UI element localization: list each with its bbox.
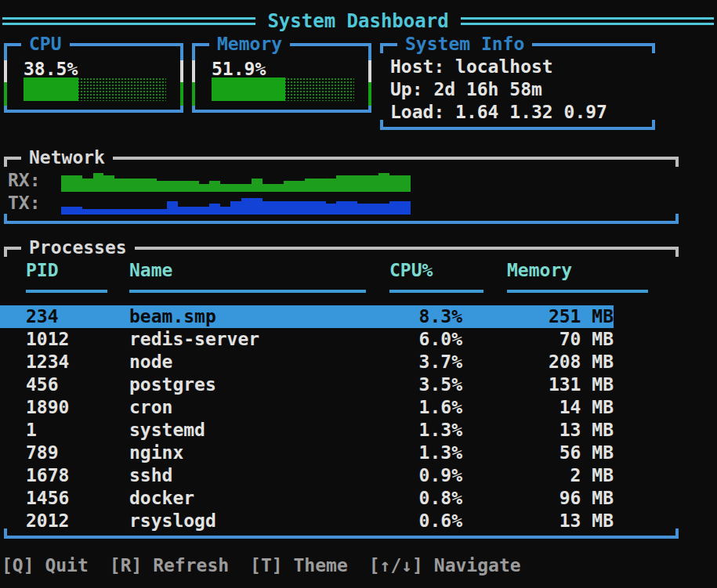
spark-bar bbox=[368, 204, 379, 215]
table-row-selected[interactable]: 234beam.smp8.3%251 MB bbox=[0, 305, 614, 328]
spark-bar bbox=[157, 181, 168, 192]
memory-panel-border-bottom bbox=[192, 110, 371, 113]
host-line: Host: localhost bbox=[390, 56, 607, 78]
spark-bar bbox=[230, 184, 241, 193]
spark-bar bbox=[294, 201, 305, 215]
cpu-panel-title: CPU bbox=[21, 34, 70, 54]
spark-bar bbox=[357, 204, 368, 215]
spark-bar bbox=[284, 201, 295, 215]
processes-panel-title: Processes bbox=[21, 237, 135, 258]
hint-quit[interactable]: [Q] Quit bbox=[2, 554, 89, 577]
column-header-name: Name bbox=[129, 259, 389, 282]
cell-pid: 1234 bbox=[26, 351, 129, 373]
spark-bar bbox=[72, 207, 83, 215]
spark-bar bbox=[263, 184, 273, 193]
cpu-percent-value: 38.5% bbox=[24, 58, 78, 80]
network-tx-row: TX: bbox=[8, 192, 672, 215]
spark-bar bbox=[389, 175, 400, 192]
spark-bar bbox=[252, 179, 263, 193]
spark-bar bbox=[136, 209, 147, 215]
spark-bar bbox=[273, 184, 284, 193]
cell-name: sshd bbox=[129, 464, 389, 487]
spark-bar bbox=[209, 181, 220, 192]
spark-bar bbox=[220, 207, 231, 215]
network-panel: Network RX: TX: bbox=[4, 157, 679, 224]
cell-cpu: 1.3% bbox=[389, 442, 462, 464]
spark-bar bbox=[273, 201, 284, 215]
spark-bar bbox=[357, 175, 368, 192]
spark-bar bbox=[178, 181, 189, 192]
cell-cpu: 1.6% bbox=[389, 396, 462, 419]
process-rows: 234beam.smp8.3%251 MB1012redis-server6.0… bbox=[0, 305, 614, 532]
cell-pid: 1012 bbox=[26, 328, 129, 351]
spark-bar bbox=[72, 175, 83, 192]
hint-theme[interactable]: [T] Theme bbox=[250, 554, 348, 577]
spark-bar bbox=[61, 207, 72, 215]
title-divider-left bbox=[2, 17, 255, 25]
cell-mem: 14 MB bbox=[462, 396, 614, 419]
cell-name: postgres bbox=[129, 373, 389, 396]
cell-mem: 13 MB bbox=[462, 510, 614, 532]
spark-bar bbox=[336, 201, 347, 215]
table-row[interactable]: 1234node3.7%208 MB bbox=[0, 351, 614, 373]
processes-panel: Processes PID Name CPU% Memory 234beam.s… bbox=[4, 247, 679, 539]
spark-bar bbox=[114, 209, 125, 215]
footer-hints: [Q] Quit [R] Refresh [T] Theme [↑/↓] Nav… bbox=[2, 554, 542, 577]
network-panel-title: Network bbox=[21, 147, 113, 168]
cell-cpu: 0.9% bbox=[389, 464, 462, 487]
spark-bar bbox=[114, 179, 125, 193]
spark-bar bbox=[125, 209, 136, 215]
memory-panel: Memory 51.9% bbox=[192, 43, 371, 113]
cell-pid: 1890 bbox=[26, 396, 129, 419]
table-row[interactable]: 789nginx1.3%56 MB bbox=[0, 442, 614, 464]
spark-bar bbox=[305, 179, 316, 193]
memory-gauge bbox=[212, 78, 354, 101]
cell-mem: 251 MB bbox=[462, 305, 614, 328]
cpu-panel-border-right bbox=[180, 43, 183, 113]
table-row[interactable]: 456postgres3.5%131 MB bbox=[0, 373, 614, 396]
cell-pid: 2012 bbox=[26, 510, 129, 532]
cell-pid: 789 bbox=[26, 442, 129, 464]
load-line: Load: 1.64 1.32 0.97 bbox=[390, 101, 607, 124]
spark-bar bbox=[368, 175, 379, 192]
spark-bar bbox=[347, 175, 358, 192]
spark-bar bbox=[378, 173, 389, 193]
cell-mem: 96 MB bbox=[462, 487, 614, 510]
spark-bar bbox=[103, 209, 114, 215]
tx-sparkline bbox=[61, 193, 411, 215]
spark-bar bbox=[136, 179, 147, 193]
spark-bar bbox=[125, 179, 136, 193]
column-header-pid: PID bbox=[26, 259, 129, 282]
system-info-lines: Host: localhost Up: 2d 16h 58m Load: 1.6… bbox=[390, 56, 607, 124]
spark-bar bbox=[241, 198, 252, 215]
hint-refresh[interactable]: [R] Refresh bbox=[110, 554, 229, 577]
hint-navigate[interactable]: [↑/↓] Navigate bbox=[369, 554, 521, 577]
system-info-panel: System Info Host: localhost Up: 2d 16h 5… bbox=[380, 43, 655, 130]
cell-mem: 70 MB bbox=[462, 328, 614, 351]
spark-bar bbox=[315, 201, 326, 215]
memory-panel-border-left bbox=[192, 43, 195, 113]
cell-mem: 13 MB bbox=[462, 419, 614, 442]
table-row[interactable]: 2012rsyslogd0.6%13 MB bbox=[0, 510, 614, 532]
table-row[interactable]: 1012redis-server6.0%70 MB bbox=[0, 328, 614, 351]
table-row[interactable]: 1890cron1.6%14 MB bbox=[0, 396, 614, 419]
spark-bar bbox=[400, 201, 411, 215]
table-row[interactable]: 1systemd1.3%13 MB bbox=[0, 419, 614, 442]
cell-name: cron bbox=[129, 396, 389, 419]
table-row[interactable]: 1678sshd0.9%2 MB bbox=[0, 464, 614, 487]
spark-bar bbox=[294, 181, 305, 192]
cell-cpu: 0.6% bbox=[389, 510, 462, 532]
spark-bar bbox=[347, 201, 358, 215]
cell-name: docker bbox=[129, 487, 389, 510]
table-row[interactable]: 1456docker0.8%96 MB bbox=[0, 487, 614, 510]
spark-bar bbox=[82, 209, 93, 215]
cpu-gauge-fill bbox=[24, 78, 78, 101]
spark-bar bbox=[167, 181, 178, 192]
cell-cpu: 3.5% bbox=[389, 373, 462, 396]
cell-name: systemd bbox=[129, 419, 389, 442]
spark-bar bbox=[199, 207, 210, 215]
uptime-line: Up: 2d 16h 58m bbox=[390, 78, 607, 101]
spark-bar bbox=[230, 201, 241, 215]
network-border-bottom bbox=[4, 221, 679, 224]
cell-name: redis-server bbox=[129, 328, 389, 351]
